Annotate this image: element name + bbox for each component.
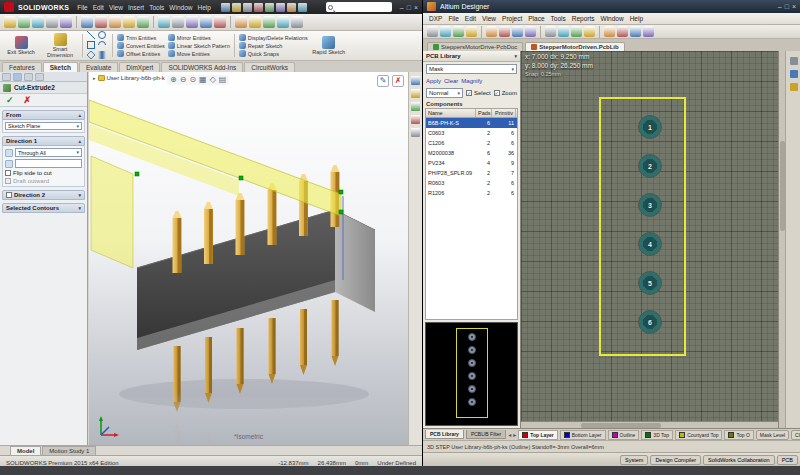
toolbar-icon[interactable] (32, 16, 44, 28)
trim-entities-button[interactable]: Trim Entities (117, 34, 165, 41)
toolbar-icon[interactable] (123, 16, 135, 28)
toolbar-icon[interactable] (235, 16, 247, 28)
menu-file[interactable]: File (77, 4, 87, 11)
tab-evaluate[interactable]: Evaluate (79, 62, 118, 72)
zoom-fit-icon[interactable]: ⊕ (170, 76, 177, 84)
doc-tab-pcbdoc[interactable]: SteppersMotorDrive-PcbDoc (427, 42, 523, 51)
hide-show-icon[interactable]: ◇ (210, 76, 216, 84)
toolbar-icon[interactable] (427, 26, 438, 37)
repair-sketch-button[interactable]: Repair Sketch (239, 42, 308, 49)
toolbar-icon[interactable] (172, 16, 184, 28)
toolbar-icon[interactable] (254, 3, 263, 12)
propertymanager-tab-icon[interactable] (13, 73, 22, 81)
pcb-editor-canvas[interactable]: x: 7.000 dx: 9.250 mm y: 8.000 dy: 26.25… (521, 51, 785, 428)
task-pane-icon[interactable] (411, 115, 420, 124)
system-button-system[interactable]: System (620, 455, 648, 465)
clear-mask-button[interactable]: Clear (791, 430, 800, 440)
component-row-b6b-ph-k-s[interactable]: B6B-PH-K-S611 (426, 118, 517, 128)
sketch-pencil-icon[interactable]: ✎ (377, 75, 389, 87)
minimize-icon[interactable]: – (778, 3, 782, 10)
mask-level-button[interactable]: Mask Level (756, 430, 789, 440)
sw-graphics-area[interactable]: ▸ User Library-b6b-ph-k ⊕⊖⊙▦◇▤ ✎ ✗ *Isom… (89, 72, 408, 445)
toolbar-icon[interactable] (512, 26, 523, 37)
tab-features[interactable]: Features (2, 62, 42, 72)
select-checkbox[interactable]: ✓Select (466, 90, 491, 96)
horizontal-scrollbar[interactable] (521, 421, 778, 428)
toolbar-icon[interactable] (630, 26, 641, 37)
toolbar-icon[interactable] (545, 26, 556, 37)
menu-help[interactable]: Help (630, 15, 643, 22)
toolbar-icon[interactable] (4, 16, 16, 28)
system-button-solidworks-collaboration[interactable]: SolidWorks Collaboration (703, 455, 775, 465)
tab-solidworks-add-ins[interactable]: SOLIDWORKS Add-Ins (161, 62, 243, 72)
panel-strip-icon[interactable] (790, 57, 798, 65)
component-row-r1206[interactable]: R120626 (426, 188, 517, 198)
arc-tool-icon[interactable] (98, 41, 106, 49)
from-combo[interactable]: Sketch Plane▾ (5, 122, 82, 130)
menu-dxp[interactable]: DXP (429, 15, 442, 22)
menu-view[interactable]: View (482, 15, 496, 22)
sw-help-search-box[interactable] (326, 2, 392, 12)
layer-tab-top-o[interactable]: Top O (724, 430, 753, 440)
view-settings-icon[interactable]: ▤ (219, 76, 227, 84)
flyout-featuremanager[interactable]: ▸ User Library-b6b-ph-k (93, 75, 165, 81)
cancel-sketch-icon[interactable]: ✗ (392, 75, 404, 87)
system-button-pcb[interactable]: PCB (777, 455, 798, 465)
view-orientation-icon[interactable]: ⊙ (189, 76, 196, 84)
pad-2[interactable]: 2 (638, 154, 662, 178)
menu-view[interactable]: View (109, 4, 123, 11)
toolbar-icon[interactable] (95, 16, 107, 28)
toolbar-icon[interactable] (298, 3, 307, 12)
quick-snaps-button[interactable]: Quick Snaps (239, 50, 308, 57)
tab-dimxpert[interactable]: DimXpert (119, 62, 160, 72)
toolbar-icon[interactable] (525, 26, 536, 37)
display-style-icon[interactable]: ▦ (199, 76, 207, 84)
toolbar-icon[interactable] (46, 16, 58, 28)
toolbar-icon[interactable] (158, 16, 170, 28)
menu-place[interactable]: Place (528, 15, 544, 22)
component-row-m2000038[interactable]: M2000038636 (426, 148, 517, 158)
toolbar-icon[interactable] (249, 16, 261, 28)
toolbar-icon[interactable] (214, 16, 226, 28)
menu-window[interactable]: Window (169, 4, 192, 11)
direction2-checkbox[interactable] (6, 192, 12, 198)
panel-strip-icon[interactable] (790, 83, 798, 91)
toolbar-icon[interactable] (200, 16, 212, 28)
toolbar-icon[interactable] (186, 16, 198, 28)
pad-6[interactable]: 6 (638, 310, 662, 334)
circle-tool-icon[interactable] (98, 31, 106, 39)
maximize-icon[interactable]: □ (785, 3, 789, 10)
toolbar-icon[interactable] (263, 16, 275, 28)
view-mode-combo[interactable]: Normal▾ (426, 88, 463, 98)
magnify-button[interactable]: Magnify (461, 78, 482, 84)
layer-tab-top-layer[interactable]: Top Layer (518, 430, 558, 440)
pad-4[interactable]: 4 (638, 232, 662, 256)
chevron-down-icon[interactable]: ▾ (78, 193, 81, 198)
toolbar-icon[interactable] (18, 16, 30, 28)
dimxpertmanager-tab-icon[interactable] (35, 73, 44, 81)
linear-sketch-pattern-button[interactable]: Linear Sketch Pattern (168, 42, 230, 49)
mirror-entities-button[interactable]: Mirror Entities (168, 34, 230, 41)
menu-edit[interactable]: Edit (465, 15, 476, 22)
spline-tool-icon[interactable] (98, 51, 106, 59)
tab-sketch[interactable]: Sketch (43, 62, 78, 72)
toolbar-icon[interactable] (604, 26, 615, 37)
draft-outward-checkbox[interactable]: Draft outward (5, 178, 82, 184)
menu-reports[interactable]: Reports (572, 15, 595, 22)
layer-tab-3d-top[interactable]: 3D Top (641, 430, 673, 440)
vertical-scrollbar[interactable] (778, 51, 785, 428)
apply-button[interactable]: Apply (426, 78, 441, 84)
toolbar-icon[interactable] (453, 26, 464, 37)
component-row-c0603[interactable]: C060326 (426, 128, 517, 138)
toolbar-icon[interactable] (486, 26, 497, 37)
toolbar-icon[interactable] (232, 3, 241, 12)
close-icon[interactable]: × (792, 3, 796, 10)
toolbar-icon[interactable] (276, 3, 285, 12)
model-tab-model[interactable]: Model (10, 446, 41, 455)
display-delete-relations-button[interactable]: Display/Delete Relations (239, 34, 308, 41)
menu-window[interactable]: Window (601, 15, 624, 22)
configurationmanager-tab-icon[interactable] (24, 73, 33, 81)
zoom-checkbox[interactable]: ✓Zoom (494, 90, 517, 96)
menu-project[interactable]: Project (502, 15, 522, 22)
toolbar-icon[interactable] (571, 26, 582, 37)
